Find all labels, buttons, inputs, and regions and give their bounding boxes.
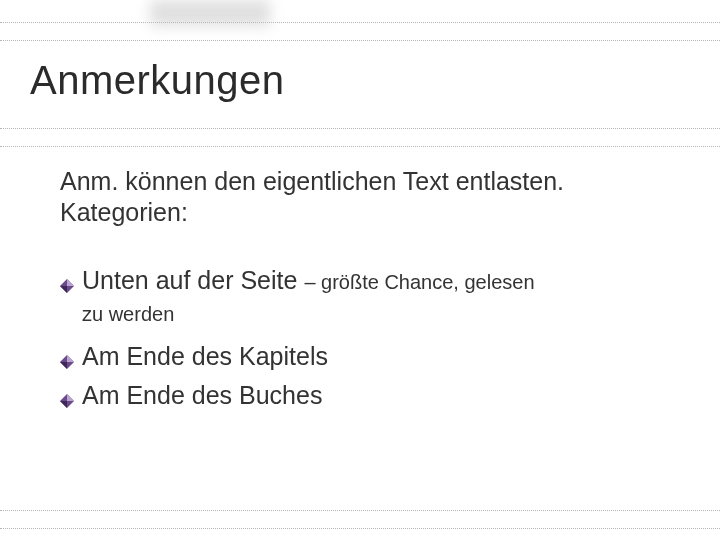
item-main: Unten auf der Seite <box>82 266 304 294</box>
item-sub: – größte Chance, gelesen <box>304 271 534 293</box>
slide: Anmerkungen Anm. können den eigentlichen… <box>0 0 720 540</box>
rule <box>0 128 720 129</box>
slide-body: Anm. können den eigentlichen Text entlas… <box>60 166 680 419</box>
svg-marker-8 <box>60 401 67 408</box>
rule <box>0 40 720 41</box>
item-main: Am Ende des Kapitels <box>82 342 328 370</box>
intro-text: Anm. können den eigentlichen Text entlas… <box>60 166 680 229</box>
rule <box>0 22 720 23</box>
rule <box>0 528 720 529</box>
list-item: Unten auf der Seite – größte Chance, gel… <box>60 265 680 296</box>
diamond-bullet-icon <box>60 279 74 293</box>
rule <box>0 510 720 511</box>
svg-marker-2 <box>60 286 67 293</box>
diamond-bullet-icon <box>60 355 74 369</box>
list-item-text: Am Ende des Buches <box>82 380 680 411</box>
item-main: Am Ende des Buches <box>82 381 322 409</box>
svg-marker-7 <box>67 394 74 401</box>
list-item-text: Am Ende des Kapitels <box>82 341 680 372</box>
list-item-text: Unten auf der Seite – größte Chance, gel… <box>82 265 680 296</box>
list-item: Am Ende des Kapitels <box>60 341 680 372</box>
rule <box>0 146 720 147</box>
list-item: Am Ende des Buches <box>60 380 680 411</box>
item-continuation: zu werden <box>82 302 680 327</box>
svg-marker-1 <box>67 279 74 286</box>
diamond-bullet-icon <box>60 394 74 408</box>
slide-title: Anmerkungen <box>30 58 285 103</box>
svg-marker-5 <box>60 362 67 369</box>
svg-marker-4 <box>67 355 74 362</box>
